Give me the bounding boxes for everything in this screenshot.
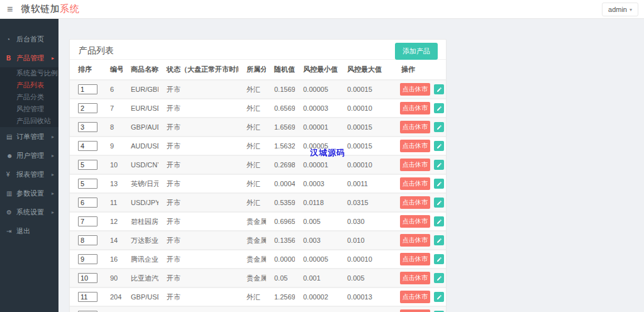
edit-button[interactable] [434,235,444,245]
sort-input[interactable] [78,198,97,208]
product-name: GBP/AUD [123,118,158,136]
random-value: 0.5359 [266,193,295,212]
sidebar-item-order-management[interactable]: ▤ 订单管理 ▸ [0,127,58,146]
user-menu[interactable]: admin ▾ [602,3,638,16]
sort-input[interactable] [78,292,97,302]
close-market-button[interactable]: 点击休市 [400,121,430,133]
product-name: 比亚迪汽车 [123,269,158,287]
edit-button[interactable] [434,160,444,170]
close-market-button[interactable]: 点击休市 [400,102,430,114]
pencil-icon [436,181,442,187]
params-icon: ▥ [6,190,16,197]
top-header: ≡ 微软链加系统 admin ▾ [0,0,644,19]
risk-min: 0.0003 [295,174,339,193]
product-table: 排序 编号 商品名称 状态（大盘正常开市时间内） 所属分类 随机值 风控最小值 … [70,60,446,312]
edit-button[interactable] [434,103,444,113]
sidebar: ◔ 后台首页 B 产品管理 ▸ 系统盈亏比例 产品列表 产品分类 风控管理 产品… [0,19,58,312]
sidebar-subitem-risk-management[interactable]: 风控管理 [0,103,58,115]
edit-button[interactable] [434,273,444,283]
product-status: 开市 [158,212,238,231]
sort-input[interactable] [78,254,97,264]
close-market-button[interactable]: 点击休市 [400,291,430,303]
product-category: 外汇 [238,287,266,306]
random-value: 0.26986 [266,155,295,174]
sidebar-subitem-product-list[interactable]: 产品列表 [0,79,58,91]
edit-button[interactable] [434,122,444,132]
risk-max: 0.010 [339,231,393,250]
chevron-right-icon: ▸ [52,134,54,140]
chevron-right-icon: ▸ [52,153,54,159]
sort-input[interactable] [78,216,97,226]
close-market-button[interactable]: 点击休市 [400,177,430,190]
sort-input[interactable] [78,235,97,245]
product-id: 90 [102,269,123,287]
add-product-button[interactable]: 添加产品 [395,43,438,60]
sort-input[interactable] [78,103,97,113]
col-header-random: 随机值 [266,60,295,80]
watermark: 汉城源码 [310,147,345,159]
logout-icon: ⇥ [6,228,16,235]
sidebar-item-report-management[interactable]: ¥ 报表管理 ▸ [0,165,58,184]
product-category: 贵金属 [238,212,266,231]
edit-button[interactable] [434,84,444,94]
table-row: 13 英镑/日元 开市 外汇 0.0004 0.0003 0.0011 点击休市 [70,174,446,193]
close-market-button[interactable]: 点击休市 [400,140,430,152]
close-market-button[interactable]: 点击休市 [400,159,430,171]
random-value: 1.56329 [266,136,295,155]
sort-input[interactable] [78,160,97,170]
col-header-sort: 排序 [70,60,102,80]
edit-button[interactable] [434,254,444,264]
sort-input[interactable] [78,273,97,283]
close-market-button[interactable]: 点击休市 [400,196,430,209]
col-header-actions: 操作 [393,60,446,80]
sidebar-item-parameter-settings[interactable]: ▥ 参数设置 ▸ [0,184,58,203]
risk-min: 0.003 [295,231,339,250]
risk-max: 0.00010 [339,99,393,118]
gear-icon: ⚙ [6,209,16,216]
sort-input[interactable] [78,84,97,94]
product-category: 区块链 [238,306,266,312]
edit-button[interactable] [434,179,444,189]
sort-input[interactable] [78,141,97,151]
chevron-right-icon: ▸ [52,172,54,177]
chevron-right-icon: ▸ [52,55,54,61]
product-category: 外汇 [238,193,266,212]
sidebar-item-dashboard[interactable]: ◔ 后台首页 [0,30,58,48]
table-row: 205 ETH/BTC 开市 区块链 1.25699 0.00001 0.000… [70,306,446,312]
random-value: 0.0004 [266,174,295,193]
product-id: 9 [102,136,123,155]
close-market-button[interactable]: 点击休市 [400,234,430,247]
product-name: 英镑/日元 [123,174,158,193]
product-name: GBP/USD [123,287,158,306]
pencil-icon [436,257,442,262]
close-market-button[interactable]: 点击休市 [400,272,430,284]
random-value: 1.25699 [266,306,295,312]
sidebar-subitem-product-category[interactable]: 产品分类 [0,91,58,103]
close-market-button[interactable]: 点击休市 [400,253,430,265]
product-category: 外汇 [238,155,266,174]
product-name: USD/JPY [123,193,158,212]
sidebar-item-system-settings[interactable]: ⚙ 系统设置 ▸ [0,203,58,221]
edit-button[interactable] [434,216,444,226]
sidebar-item-product-management[interactable]: B 产品管理 ▸ [0,48,58,67]
edit-button[interactable] [434,198,444,208]
sidebar-subitem-product-recycle-bin[interactable]: 产品回收站 [0,115,58,127]
close-market-button[interactable]: 点击休市 [400,83,430,96]
sidebar-item-logout[interactable]: ⇥ 退出 [0,221,58,240]
table-row: 11 USD/JPY 开市 外汇 0.5359 0.0118 0.0315 点击… [70,193,446,212]
table-row: 16 腾讯企业 开市 贵金属 0.00003 0.00005 0.00010 点… [70,250,446,269]
risk-max: 0.00015 [339,136,393,155]
hamburger-icon[interactable]: ≡ [7,4,13,14]
edit-button[interactable] [434,292,444,302]
table-row: 8 GBP/AUD 开市 外汇 1.65699 0.00001 0.00015 … [70,118,446,136]
table-row: 90 比亚迪汽车 开市 贵金属 0.05 0.001 0.005 点击休市 [70,269,446,287]
close-market-button[interactable]: 点击休市 [400,215,430,228]
sidebar-item-user-management[interactable]: ☻ 用户管理 ▸ [0,146,58,165]
edit-button[interactable] [434,141,444,151]
sort-input[interactable] [78,179,97,189]
pencil-icon [436,200,442,206]
sidebar-subitem-profit-loss-ratio[interactable]: 系统盈亏比例 [0,67,58,79]
sort-input[interactable] [78,122,97,132]
main-content: 产品列表 添加产品 排序 编号 商品名称 状态（大盘正常开市时间内） 所属分类 … [58,19,644,312]
close-market-button[interactable]: 点击休市 [400,309,430,312]
